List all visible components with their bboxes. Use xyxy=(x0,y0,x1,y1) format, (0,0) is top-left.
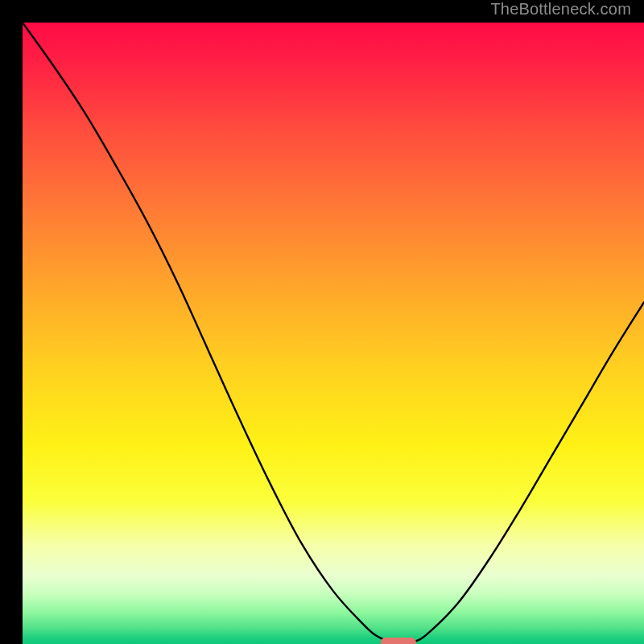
plot-area xyxy=(23,23,644,644)
bottleneck-curve xyxy=(23,23,644,644)
chart-frame xyxy=(11,11,633,633)
optimal-marker xyxy=(381,638,415,644)
watermark-text: TheBottleneck.com xyxy=(490,0,631,19)
